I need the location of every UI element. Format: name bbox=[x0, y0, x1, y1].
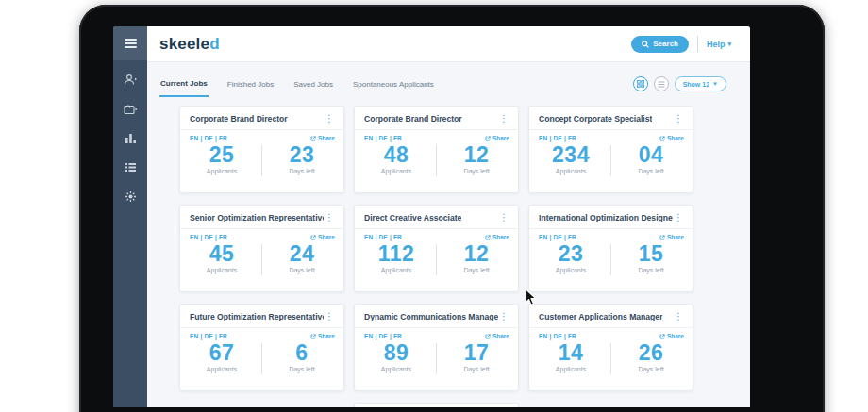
job-languages: EN | DE | FR bbox=[539, 135, 576, 141]
job-title: Concept Corporate Specialist bbox=[539, 114, 652, 124]
job-languages: EN | DE | FR bbox=[539, 333, 576, 339]
page: skeeled Search Help ▾ bbox=[0, 0, 868, 412]
applicants-count: 112 bbox=[361, 243, 431, 265]
share-link[interactable]: Share bbox=[485, 234, 509, 240]
external-link-icon bbox=[310, 235, 316, 240]
tab-saved-jobs[interactable]: Saved Jobs bbox=[292, 73, 334, 96]
external-link-icon bbox=[659, 235, 665, 240]
job-languages: EN | DE | FR bbox=[364, 333, 402, 339]
days-left-count: 6 bbox=[267, 342, 337, 364]
sidebar bbox=[113, 26, 147, 407]
show-filter-dropdown[interactable]: Show 12 ▼ bbox=[675, 76, 726, 91]
days-left-count: 17 bbox=[442, 342, 511, 364]
job-title: Corporate Brand Director bbox=[190, 114, 288, 124]
job-title: International Optimization Designer bbox=[539, 213, 673, 222]
tab-finished-jobs[interactable]: Finished Jobs bbox=[226, 73, 275, 96]
applicants-count: 89 bbox=[361, 342, 431, 364]
kebab-menu-icon[interactable]: ⋮ bbox=[498, 312, 509, 321]
job-card-partial[interactable] bbox=[354, 403, 519, 407]
share-link[interactable]: Share bbox=[659, 333, 684, 339]
job-card[interactable]: Concept Corporate Specialist ⋮ EN | DE |… bbox=[528, 106, 693, 193]
job-languages: EN | DE | FR bbox=[190, 234, 227, 240]
list-view-icon bbox=[658, 81, 665, 88]
sidebar-item-candidates[interactable] bbox=[113, 65, 147, 94]
top-header: skeeled Search Help ▾ bbox=[147, 26, 750, 62]
share-link[interactable]: Share bbox=[659, 135, 684, 141]
external-link-icon bbox=[485, 334, 491, 339]
job-card[interactable]: Corporate Brand Director ⋮ EN | DE | FR … bbox=[354, 106, 519, 193]
days-left-count: 12 bbox=[442, 144, 511, 166]
applicants-count: 23 bbox=[536, 243, 606, 265]
job-title: Dynamic Communications Manager bbox=[364, 312, 498, 321]
list-icon bbox=[125, 162, 137, 173]
share-link[interactable]: Share bbox=[310, 234, 335, 240]
applicants-count: 48 bbox=[361, 144, 431, 166]
search-button[interactable]: Search bbox=[631, 36, 689, 53]
external-link-icon bbox=[310, 334, 316, 339]
kebab-menu-icon[interactable]: ⋮ bbox=[498, 114, 509, 124]
kebab-menu-icon[interactable]: ⋮ bbox=[673, 213, 684, 222]
share-link[interactable]: Share bbox=[485, 333, 509, 339]
sidebar-item-statistics[interactable] bbox=[113, 124, 147, 153]
kebab-menu-icon[interactable]: ⋮ bbox=[498, 213, 509, 222]
days-left-count: 23 bbox=[267, 144, 337, 166]
kebab-menu-icon[interactable]: ⋮ bbox=[673, 114, 684, 124]
job-languages: EN | DE | FR bbox=[364, 234, 402, 240]
job-card[interactable]: Corporate Brand Director ⋮ EN | DE | FR … bbox=[179, 106, 344, 193]
job-languages: EN | DE | FR bbox=[539, 234, 576, 240]
sidebar-item-list[interactable] bbox=[113, 153, 147, 182]
kebab-menu-icon[interactable]: ⋮ bbox=[324, 213, 335, 222]
tab-spontaneous-applicants[interactable]: Spontaneous Applicants bbox=[352, 73, 435, 96]
share-link[interactable]: Share bbox=[310, 135, 335, 141]
job-title: Customer Applications Manager bbox=[539, 312, 662, 321]
job-languages: EN | DE | FR bbox=[190, 135, 227, 141]
candidates-icon bbox=[124, 74, 138, 86]
kebab-menu-icon[interactable]: ⋮ bbox=[324, 312, 335, 321]
grid-view-icon bbox=[637, 80, 644, 88]
share-link[interactable]: Share bbox=[485, 135, 509, 141]
external-link-icon bbox=[485, 136, 491, 141]
job-card[interactable]: Future Optimization Representative ⋮ EN … bbox=[179, 304, 344, 391]
job-title: Senior Optimization Representative bbox=[190, 213, 324, 222]
applicants-count: 67 bbox=[187, 342, 257, 364]
share-link[interactable]: Share bbox=[310, 333, 335, 339]
share-link[interactable]: Share bbox=[659, 234, 684, 240]
sidebar-item-menu[interactable] bbox=[113, 26, 147, 60]
job-card[interactable]: Dynamic Communications Manager ⋮ EN | DE… bbox=[354, 304, 519, 391]
kebab-menu-icon[interactable]: ⋮ bbox=[324, 114, 335, 124]
main-area: skeeled Search Help ▾ bbox=[147, 26, 750, 407]
sidebar-item-settings[interactable] bbox=[113, 182, 147, 211]
job-card[interactable]: International Optimization Designer ⋮ EN… bbox=[528, 205, 693, 292]
search-icon bbox=[642, 41, 649, 48]
applicants-count: 14 bbox=[536, 342, 606, 364]
job-cards-grid: Corporate Brand Director ⋮ EN | DE | FR … bbox=[179, 106, 693, 407]
sidebar-item-jobs[interactable] bbox=[113, 94, 147, 124]
tab-current-jobs[interactable]: Current Jobs bbox=[159, 72, 209, 97]
job-languages: EN | DE | FR bbox=[190, 333, 227, 339]
external-link-icon bbox=[659, 136, 665, 141]
tabs-toolbar: Current Jobs Finished Jobs Saved Jobs Sp… bbox=[147, 62, 750, 106]
days-left-count: 12 bbox=[442, 243, 511, 265]
days-left-count: 15 bbox=[616, 243, 686, 265]
days-left-count: 04 bbox=[616, 144, 686, 166]
external-link-icon bbox=[310, 136, 316, 141]
job-card[interactable]: Senior Optimization Representative ⋮ EN … bbox=[179, 205, 344, 292]
settings-gear-icon bbox=[125, 190, 137, 203]
list-view-toggle[interactable] bbox=[654, 76, 669, 91]
job-card[interactable]: Customer Applications Manager ⋮ EN | DE … bbox=[528, 304, 693, 391]
chevron-down-icon: ▾ bbox=[727, 41, 731, 48]
external-link-icon bbox=[659, 334, 665, 339]
header-divider bbox=[697, 36, 698, 52]
help-menu[interactable]: Help ▾ bbox=[707, 40, 731, 49]
grid-view-toggle[interactable] bbox=[633, 76, 648, 91]
bar-chart-icon bbox=[125, 133, 137, 144]
chevron-down-icon: ▼ bbox=[712, 81, 718, 87]
days-left-count: 24 bbox=[267, 243, 337, 265]
days-left-count: 26 bbox=[616, 342, 686, 364]
menu-icon bbox=[125, 39, 137, 48]
applicants-count: 234 bbox=[536, 144, 606, 166]
tabs: Current Jobs Finished Jobs Saved Jobs Sp… bbox=[159, 62, 435, 106]
job-card[interactable]: Direct Creative Associate ⋮ EN | DE | FR… bbox=[354, 205, 519, 292]
kebab-menu-icon[interactable]: ⋮ bbox=[673, 312, 684, 321]
applicants-count: 25 bbox=[187, 144, 257, 166]
